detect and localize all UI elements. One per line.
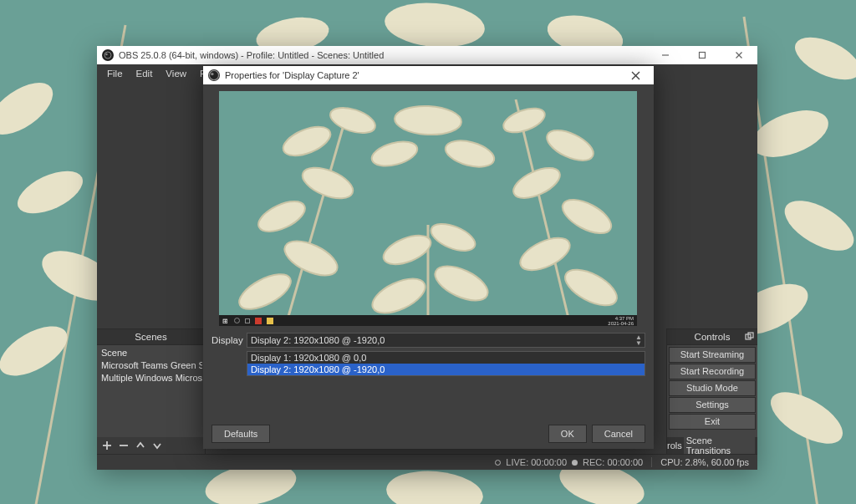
minimize-button[interactable] [647,46,684,64]
obs-logo-icon [102,49,114,61]
svg-point-6 [762,382,850,454]
svg-point-28 [209,70,218,79]
window-title: OBS 25.0.8 (64-bit, windows) - Profile: … [119,50,384,60]
display-value: Display 2: 1920x1080 @ -1920,0 [251,335,385,345]
svg-point-29 [211,73,213,75]
svg-point-42 [558,193,617,241]
defaults-button[interactable]: Defaults [211,425,270,443]
display-combobox[interactable]: Display 2: 1920x1080 @ -1920,0 ▲▼ [247,333,645,348]
svg-point-37 [279,121,334,161]
controls-header: Controls [667,328,757,345]
svg-point-51 [430,259,492,308]
settings-button[interactable]: Settings [669,397,756,413]
svg-point-50 [367,272,430,320]
close-button[interactable] [721,46,757,64]
menu-edit[interactable]: Edit [130,66,160,81]
remove-scene-icon[interactable] [119,440,129,451]
svg-rect-20 [700,53,706,59]
live-indicator-icon [495,460,501,466]
svg-point-4 [0,73,62,145]
windows-start-icon: ⊞ [222,318,229,324]
scenes-header: Scenes [97,328,205,345]
dialog-title: Properties for 'Display Capture 2' [225,70,359,80]
scene-item[interactable]: Multiple Windows Microsoft Te [99,372,202,384]
svg-point-44 [543,125,598,167]
svg-point-41 [516,232,575,277]
svg-point-40 [559,262,622,313]
scene-down-icon[interactable] [152,440,162,451]
status-rec: REC: 00:00:00 [583,457,643,467]
exit-button[interactable]: Exit [669,414,756,430]
rec-indicator-icon [572,460,578,466]
add-scene-icon[interactable] [102,440,112,451]
cancel-button[interactable]: Cancel [592,425,645,443]
start-recording-button[interactable]: Start Recording [669,364,756,379]
status-live: LIVE: 00:00:00 [506,457,567,467]
controls-popout-icon[interactable] [743,330,755,342]
studio-mode-button[interactable]: Studio Mode [669,380,756,396]
preview-taskbar: ⊞ 4:37 PM2021-04-26 [219,315,637,326]
svg-point-52 [380,230,435,270]
taskview-icon [245,318,250,323]
obs-logo-icon [208,69,220,81]
ok-button[interactable]: OK [548,425,587,443]
svg-point-17 [104,52,111,59]
svg-point-38 [327,103,378,138]
display-label: Display [211,335,247,345]
statusbar: LIVE: 00:00:00 REC: 00:00:00 CPU: 2.8%, … [97,454,757,470]
controls-header-label: Controls [695,332,731,342]
source-preview: ⊞ 4:37 PM2021-04-26 [219,91,637,326]
combo-arrows-icon: ▲▼ [635,334,642,346]
menu-file[interactable]: File [100,66,130,81]
scenes-list[interactable]: Scene Microsoft Teams Green Screen Multi… [97,345,205,437]
partial-label: rols [667,440,682,451]
maximize-button[interactable] [684,46,721,64]
svg-point-43 [509,162,564,205]
search-icon [234,318,240,323]
scenes-toolbar [97,437,205,454]
display-dropdown[interactable]: Display 1: 1920x1080 @ 0,0 Display 2: 19… [247,351,645,376]
scene-item[interactable]: Scene [99,347,202,359]
svg-point-33 [234,267,296,316]
preview-clock: 4:37 PM2021-04-26 [608,316,634,326]
svg-point-48 [442,136,497,172]
properties-dialog: Properties for 'Display Capture 2' [203,66,654,449]
dialog-titlebar[interactable]: Properties for 'Display Capture 2' [203,66,654,84]
taskbar-app-icon [267,318,273,324]
svg-point-53 [427,218,479,256]
display-option-selected[interactable]: Display 2: 1920x1080 @ -1920,0 [247,364,645,375]
dialog-close-button[interactable] [617,66,654,84]
svg-point-3 [11,162,89,222]
status-cpu: CPU: 2.8%, 60.00 fps [660,457,749,467]
svg-point-8 [777,191,856,261]
svg-point-35 [254,196,309,238]
display-option[interactable]: Display 1: 1920x1080 @ 0,0 [247,352,645,364]
svg-point-46 [394,104,462,136]
svg-point-11 [383,0,487,51]
svg-point-47 [369,137,420,171]
svg-point-9 [746,101,835,166]
svg-point-15 [385,467,485,504]
menu-view[interactable]: View [159,66,193,81]
svg-point-1 [0,316,75,385]
taskbar-app-icon [255,318,262,324]
svg-point-36 [298,161,358,205]
svg-point-10 [788,28,856,89]
scene-item[interactable]: Microsoft Teams Green Screen [99,359,202,372]
svg-point-18 [105,53,107,55]
titlebar[interactable]: OBS 25.0.8 (64-bit, windows) - Profile: … [97,46,757,64]
scene-up-icon[interactable] [135,440,145,451]
start-streaming-button[interactable]: Start Streaming [669,347,756,363]
